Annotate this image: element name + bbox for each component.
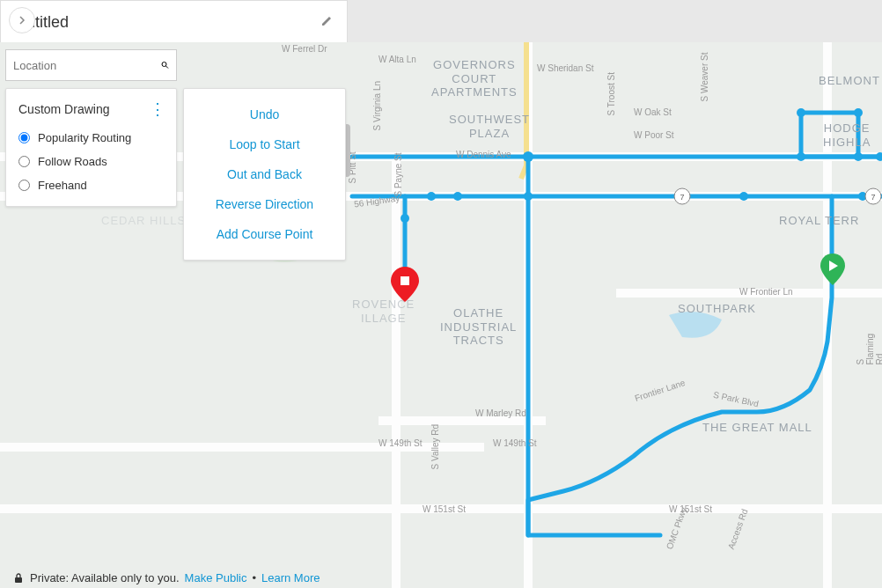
svg-point-12 bbox=[401, 214, 409, 223]
action-add-course-point[interactable]: Add Course Point bbox=[184, 219, 345, 249]
svg-point-6 bbox=[523, 151, 533, 162]
panel-expand-button[interactable] bbox=[9, 7, 35, 33]
more-options-icon[interactable]: ⋮ bbox=[150, 99, 164, 119]
radio-freehand[interactable] bbox=[18, 180, 30, 191]
custom-drawing-panel: Custom Drawing ⋮ Popularity Routing Foll… bbox=[5, 88, 177, 207]
route-end-marker[interactable] bbox=[391, 267, 419, 302]
chevron-right-icon bbox=[18, 16, 26, 25]
svg-point-10 bbox=[854, 152, 863, 161]
drawing-option-label: Follow Roads bbox=[38, 155, 107, 168]
edit-title-button[interactable] bbox=[320, 15, 333, 31]
lock-icon bbox=[12, 572, 25, 584]
action-undo[interactable]: Undo bbox=[184, 99, 345, 129]
location-search[interactable] bbox=[5, 49, 177, 81]
svg-point-4 bbox=[739, 192, 748, 201]
bullet: • bbox=[252, 571, 256, 584]
drawing-option-freehand[interactable]: Freehand bbox=[18, 179, 164, 192]
make-public-link[interactable]: Make Public bbox=[185, 571, 247, 584]
radio-follow-roads[interactable] bbox=[18, 156, 30, 167]
svg-point-2 bbox=[453, 192, 462, 201]
drawing-option-popularity[interactable]: Popularity Routing bbox=[18, 131, 164, 144]
svg-rect-19 bbox=[15, 577, 22, 583]
svg-rect-17 bbox=[401, 276, 409, 285]
drawing-panel-title: Custom Drawing bbox=[18, 102, 109, 116]
drawing-option-follow-roads[interactable]: Follow Roads bbox=[18, 155, 164, 168]
map-pin-icon bbox=[391, 267, 419, 302]
search-icon bbox=[161, 57, 169, 73]
search-input[interactable] bbox=[13, 59, 161, 72]
svg-point-3 bbox=[524, 192, 533, 201]
drawing-actions-menu: Undo Loop to Start Out and Back Reverse … bbox=[183, 88, 346, 261]
svg-point-1 bbox=[427, 192, 436, 201]
play-pin-icon bbox=[820, 254, 845, 285]
privacy-text: Private: Available only to you. bbox=[30, 571, 180, 584]
drawing-option-label: Freehand bbox=[38, 179, 87, 192]
drawing-option-label: Popularity Routing bbox=[38, 131, 131, 144]
action-reverse-direction[interactable]: Reverse Direction bbox=[184, 189, 345, 219]
svg-text:7: 7 bbox=[871, 193, 875, 202]
svg-text:7: 7 bbox=[680, 193, 684, 202]
route-start-marker[interactable] bbox=[820, 254, 845, 285]
radio-popularity[interactable] bbox=[18, 132, 30, 143]
pencil-icon bbox=[320, 15, 333, 27]
action-out-and-back[interactable]: Out and Back bbox=[184, 159, 345, 189]
privacy-footer: Private: Available only to you. Make Pub… bbox=[12, 571, 320, 584]
svg-point-7 bbox=[797, 152, 805, 161]
svg-point-18 bbox=[162, 62, 166, 67]
learn-more-link[interactable]: Learn More bbox=[261, 571, 320, 584]
action-loop-to-start[interactable]: Loop to Start bbox=[184, 129, 345, 159]
svg-point-8 bbox=[797, 108, 805, 117]
svg-point-9 bbox=[854, 108, 863, 117]
